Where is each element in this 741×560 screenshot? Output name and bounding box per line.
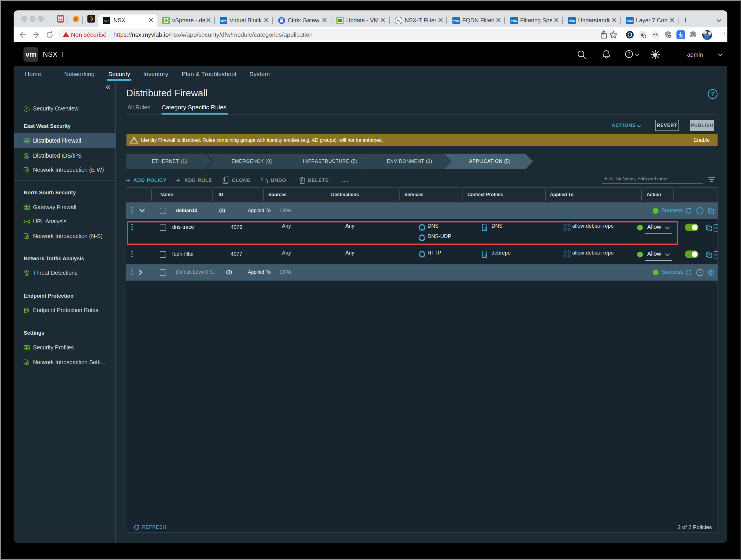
svg-text:?: ? [627, 52, 630, 57]
svg-text:vmw: vmw [453, 19, 459, 22]
svg-text:vmw: vmw [569, 19, 575, 22]
svg-text:Rinov: Rinov [704, 34, 710, 36]
svg-text:vmw: vmw [220, 19, 227, 22]
svg-text:vmw: vmw [627, 19, 633, 22]
svg-text:?: ? [711, 91, 714, 97]
svg-text:vmw: vmw [511, 19, 517, 22]
svg-text:W: W [397, 18, 401, 23]
svg-text:NSX: NSX [104, 19, 110, 22]
